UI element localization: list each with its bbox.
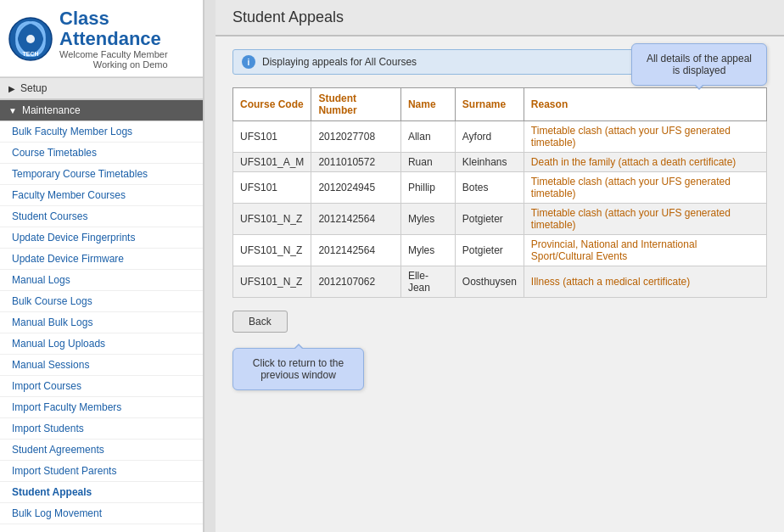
nav-item-import-student-parents[interactable]: Import Student Parents: [0, 461, 203, 482]
table-header-row: Course Code Student Number Name Surname …: [233, 88, 767, 121]
table-cell: Botes: [455, 172, 524, 204]
svg-text:TECH: TECH: [22, 51, 38, 57]
nav-item-manual-bulk-logs[interactable]: Manual Bulk Logs: [0, 312, 203, 333]
col-name: Name: [400, 88, 455, 121]
nav-item-course-timetables[interactable]: Course Timetables: [0, 143, 203, 164]
app-title: Class Attendance: [59, 8, 168, 49]
table-cell: 2012142564: [311, 204, 401, 235]
table-cell: Myles: [400, 204, 455, 235]
sidebar-scrollbar[interactable]: [204, 0, 216, 532]
col-student-number: Student Number: [311, 88, 401, 121]
setup-section-header[interactable]: ▶ Setup: [0, 77, 203, 99]
info-icon: i: [242, 55, 255, 69]
table-cell: 2011010572: [311, 153, 401, 172]
app-title-block: Class Attendance Welcome Faculty Member …: [59, 8, 168, 70]
table-row: UFS101_N_Z2012142564MylesPotgieterProvin…: [233, 235, 767, 266]
table-cell: Potgieter: [455, 204, 524, 235]
nav-item-import-faculty-members[interactable]: Import Faculty Members: [0, 397, 203, 418]
table-cell: 2012027708: [311, 121, 401, 153]
table-row: UFS101_A_M2011010572RuanKleinhansDeath i…: [233, 153, 767, 172]
info-text: Displaying appeals for All Courses: [262, 56, 417, 68]
app-logo: TECH: [8, 17, 53, 61]
table-cell: 2012107062: [311, 266, 401, 298]
table-cell: UFS101: [233, 172, 311, 204]
nav-item-bulk-log-movement[interactable]: Bulk Log Movement: [0, 503, 203, 524]
table-row: UFS101_N_Z2012142564MylesPotgieterTimeta…: [233, 204, 767, 235]
nav-item-faculty-member-courses[interactable]: Faculty Member Courses: [0, 185, 203, 206]
sidebar: TECH Class Attendance Welcome Faculty Me…: [0, 0, 204, 532]
table-cell: Illness (attach a medical certificate): [524, 266, 766, 298]
table-cell: UFS101_N_Z: [233, 235, 311, 266]
nav-item-student-agreements[interactable]: Student Agreements: [0, 440, 203, 461]
table-cell: Kleinhans: [455, 153, 524, 172]
nav-item-manual-log-uploads[interactable]: Manual Log Uploads: [0, 333, 203, 355]
back-button[interactable]: Back: [232, 311, 288, 333]
table-cell: Timetable clash (attach your UFS generat…: [524, 121, 766, 153]
back-area: Back Click to return to the previous win…: [232, 311, 767, 390]
table-cell: UFS101_N_Z: [233, 204, 311, 235]
col-course-code: Course Code: [233, 88, 311, 121]
back-tooltip-bubble: Click to return to the previous window: [232, 348, 364, 390]
nav-item-student-courses[interactable]: Student Courses: [0, 206, 203, 227]
table-cell: Potgieter: [455, 235, 524, 266]
table-row: UFS1012012027708AllanAyfordTimetable cla…: [233, 121, 767, 153]
nav-item-import-courses[interactable]: Import Courses: [0, 376, 203, 397]
maintenance-label: Maintenance: [22, 104, 81, 116]
welcome-text: Welcome Faculty Member Working on Demo: [59, 49, 168, 70]
maintenance-arrow-icon: ▼: [8, 106, 17, 115]
table-cell: Provincial, National and International S…: [524, 235, 766, 266]
nav-item-student-appeals[interactable]: Student Appeals: [0, 482, 203, 503]
maintenance-section-header[interactable]: ▼ Maintenance: [0, 99, 203, 121]
table-cell: Ayford: [455, 121, 524, 153]
page-header: Student Appeals: [216, 0, 784, 36]
table-cell: UFS101: [233, 121, 311, 153]
setup-label: Setup: [20, 82, 47, 94]
table-cell: Death in the family (attach a death cert…: [524, 153, 766, 172]
table-cell: 2012142564: [311, 235, 401, 266]
table-cell: Phillip: [400, 172, 455, 204]
table-cell: Ruan: [400, 153, 455, 172]
table-row: UFS1012012024945PhillipBotesTimetable cl…: [233, 172, 767, 204]
nav-item-update-device-fingerprints[interactable]: Update Device Fingerprints: [0, 227, 203, 249]
table-cell: 2012024945: [311, 172, 401, 204]
table-row: UFS101_N_Z2012107062Elle-JeanOosthuysenI…: [233, 266, 767, 298]
nav-item-manual-logs[interactable]: Manual Logs: [0, 270, 203, 291]
table-cell: Oosthuysen: [455, 266, 524, 298]
sidebar-header: TECH Class Attendance Welcome Faculty Me…: [0, 0, 203, 77]
nav-item-update-device-firmware[interactable]: Update Device Firmware: [0, 249, 203, 270]
appeals-table: Course Code Student Number Name Surname …: [232, 87, 767, 298]
main-content: Student Appeals All details of the appea…: [216, 0, 784, 532]
page-title: Student Appeals: [232, 8, 767, 26]
col-reason: Reason: [524, 88, 766, 121]
table-cell: Timetable clash (attach your UFS generat…: [524, 172, 766, 204]
nav-item-import-students[interactable]: Import Students: [0, 418, 203, 440]
nav-item-temporary-course-timetables[interactable]: Temporary Course Timetables: [0, 164, 203, 185]
content-area: All details of the appeal is displayed i…: [216, 36, 784, 403]
appeal-details-tooltip: All details of the appeal is displayed: [631, 43, 767, 86]
table-cell: Elle-Jean: [400, 266, 455, 298]
table-cell: Allan: [400, 121, 455, 153]
nav-item-bulk-course-logs[interactable]: Bulk Course Logs: [0, 291, 203, 312]
nav-item-manual-sessions[interactable]: Manual Sessions: [0, 355, 203, 376]
table-cell: UFS101_A_M: [233, 153, 311, 172]
table-cell: Myles: [400, 235, 455, 266]
nav-item-bulk-faculty-member-logs[interactable]: Bulk Faculty Member Logs: [0, 121, 203, 143]
col-surname: Surname: [455, 88, 524, 121]
setup-arrow-icon: ▶: [8, 84, 15, 93]
table-cell: Timetable clash (attach your UFS generat…: [524, 204, 766, 235]
table-cell: UFS101_N_Z: [233, 266, 311, 298]
svg-point-3: [26, 35, 35, 43]
